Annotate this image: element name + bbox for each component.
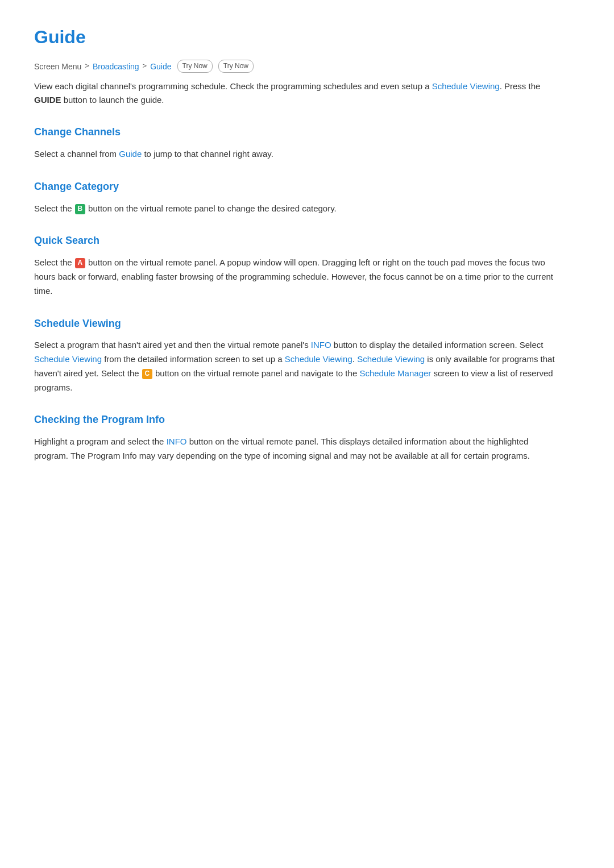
try-now-badge-2[interactable]: Try Now	[218, 60, 254, 73]
section-body-change-channels: Select a channel from Guide to jump to t…	[34, 147, 557, 161]
a-button-badge: A	[75, 258, 85, 268]
breadcrumb-separator-1: >	[85, 60, 89, 72]
b-button-badge: B	[75, 204, 85, 214]
info-link-program-info[interactable]: INFO	[167, 437, 187, 446]
guide-button-label: GUIDE	[34, 95, 61, 105]
schedule-viewing-link-1[interactable]: Schedule Viewing	[34, 354, 102, 364]
section-schedule-viewing: Schedule Viewing Select a program that h…	[34, 315, 580, 395]
schedule-viewing-link-3[interactable]: Schedule Viewing	[357, 354, 425, 364]
info-link-schedule-viewing[interactable]: INFO	[311, 340, 331, 350]
section-title-quick-search: Quick Search	[34, 232, 580, 249]
section-body-schedule-viewing: Select a program that hasn't aired yet a…	[34, 338, 557, 394]
breadcrumb-broadcasting[interactable]: Broadcasting	[93, 60, 139, 73]
section-body-checking-program-info: Highlight a program and select the INFO …	[34, 435, 557, 463]
breadcrumb: Screen Menu > Broadcasting > Guide Try N…	[34, 60, 580, 73]
section-title-schedule-viewing: Schedule Viewing	[34, 315, 580, 332]
page-title: Guide	[34, 23, 580, 52]
section-change-category: Change Category Select the B button on t…	[34, 178, 580, 216]
section-title-change-channels: Change Channels	[34, 124, 580, 140]
section-body-quick-search: Select the A button on the virtual remot…	[34, 256, 557, 298]
section-quick-search: Quick Search Select the A button on the …	[34, 232, 580, 298]
section-body-change-category: Select the B button on the virtual remot…	[34, 202, 557, 216]
section-title-checking-program-info: Checking the Program Info	[34, 412, 580, 428]
guide-link-change-channels[interactable]: Guide	[119, 149, 142, 159]
try-now-badge-1[interactable]: Try Now	[177, 60, 213, 73]
c-button-badge: C	[142, 369, 152, 379]
breadcrumb-screen-menu: Screen Menu	[34, 60, 81, 73]
intro-text: View each digital channel's programming …	[34, 80, 557, 107]
schedule-viewing-link-2[interactable]: Schedule Viewing	[285, 354, 352, 364]
section-checking-program-info: Checking the Program Info Highlight a pr…	[34, 412, 580, 463]
schedule-manager-link[interactable]: Schedule Manager	[359, 368, 431, 378]
breadcrumb-separator-2: >	[143, 60, 147, 72]
breadcrumb-guide[interactable]: Guide	[150, 60, 171, 73]
section-change-channels: Change Channels Select a channel from Gu…	[34, 124, 580, 161]
intro-schedule-viewing-link[interactable]: Schedule Viewing	[432, 81, 500, 91]
section-title-change-category: Change Category	[34, 178, 580, 195]
